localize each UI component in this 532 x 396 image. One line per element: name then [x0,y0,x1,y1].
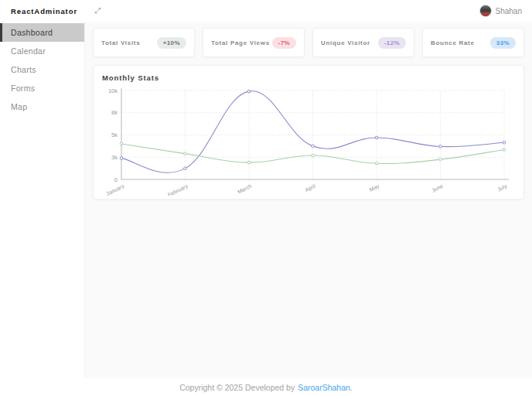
chart-point [120,142,123,145]
chart-point [439,158,442,161]
stat-card: Total Page Views-7% [203,28,305,57]
chart-point [247,161,251,164]
x-tick-label: July [496,183,508,193]
chart-point [184,167,187,170]
y-tick-label: 10k [108,87,118,94]
x-tick-label: May [368,183,380,193]
chart-point [247,90,251,93]
y-tick-label: 3k [111,154,118,161]
stat-card: Bounce Rate33% [422,28,524,57]
app-logo[interactable]: ReactAdminator [0,7,85,15]
chart-point [503,141,506,144]
app-frame: DashboardCalendarChartsFormsMap Total Vi… [0,22,532,378]
stats-row: Total Visits+10%Total Page Views-7%Uniqu… [93,28,524,57]
user-name[interactable]: Shahan [496,7,522,15]
stat-badge: +10% [157,37,186,49]
footer-period: . [350,383,353,392]
footer-author-link[interactable]: SaroarShahan [298,383,350,392]
y-tick-label: 0 [114,176,118,183]
chart-point [184,152,187,155]
chart-point [375,136,378,139]
chart-point [312,154,315,157]
chart-point [503,148,506,152]
stat-card-label: Total Visits [101,39,140,46]
top-bar: ReactAdminator ⤢ Shahan [0,0,532,22]
sidebar-item-calendar[interactable]: Calendar [0,42,84,60]
x-tick-label: February [167,183,189,196]
sidebar-item-charts[interactable]: Charts [0,60,84,79]
x-tick-label: April [304,183,317,193]
chart-point [375,162,378,166]
sidebar-item-forms[interactable]: Forms [0,79,84,97]
stat-card-label: Unique Visitor [321,39,370,46]
stat-card: Unique Visitor-12% [312,28,414,57]
chart-point [312,145,315,148]
x-tick-label: March [237,183,253,195]
y-tick-label: 8k [111,109,118,116]
sidebar: DashboardCalendarChartsFormsMap [0,22,85,378]
chart-point [120,157,123,160]
stat-card: Total Visits+10% [93,28,195,57]
x-tick-label: January [105,183,125,196]
sidebar-item-dashboard[interactable]: Dashboard [0,23,84,42]
stat-card-label: Bounce Rate [431,39,475,46]
user-avatar[interactable] [479,5,492,17]
user-menu: Shahan [479,5,532,17]
sidebar-item-map[interactable]: Map [0,97,84,116]
main-content: Total Visits+10%Total Page Views-7%Uniqu… [85,22,532,378]
stat-card-label: Total Page Views [211,39,270,46]
y-tick-label: 5k [111,131,118,138]
stat-badge: -12% [378,37,406,49]
stat-badge: 33% [490,37,516,49]
monthly-stats-card: Monthly Stats 03k5k8k10kJanuaryFebruaryM… [93,65,524,200]
x-tick-label: June [431,183,444,193]
footer-copyright: Copyright © 2025 Developed by [179,383,295,392]
sidebar-toggle-icon[interactable]: ⤢ [94,7,101,15]
chart-point [439,145,442,148]
chart-title: Monthly Stats [102,73,515,82]
monthly-stats-chart: 03k5k8k10kJanuaryFebruaryMarchAprilMayJu… [102,84,515,196]
stat-badge: -7% [272,37,296,49]
footer: Copyright © 2025 Developed by SaroarShah… [0,378,532,396]
